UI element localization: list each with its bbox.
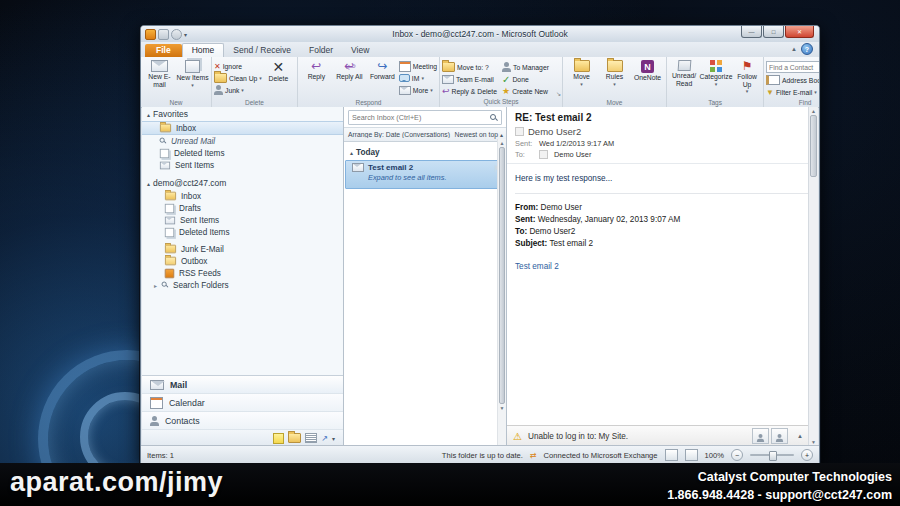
button-label: Ignore <box>223 63 242 70</box>
rules-button[interactable]: Rules ▾ <box>598 58 631 87</box>
sidebar-item-unread-mail[interactable]: Unread Mail <box>142 135 343 147</box>
people-pane-collapse-icon[interactable]: ▲ <box>797 433 803 439</box>
message-list-item[interactable]: Test email 2 Expand to see all items. <box>345 160 505 189</box>
message-expand-hint[interactable]: Expand to see all items. <box>368 173 500 182</box>
quote-from-value: Demo User <box>540 203 581 212</box>
move-button[interactable]: Move ▾ <box>565 58 598 87</box>
quickstep-done[interactable]: Done <box>502 73 560 85</box>
search-icon[interactable] <box>490 114 498 122</box>
meeting-button[interactable]: Meeting <box>399 60 437 72</box>
quickstep-create-new[interactable]: Create New <box>502 85 560 97</box>
notes-icon[interactable] <box>273 433 284 444</box>
sidebar-item-sent-items-favorite[interactable]: Sent Items <box>142 159 343 171</box>
quickstep-reply-delete[interactable]: Reply & Delete <box>442 85 502 97</box>
categorize-button[interactable]: Categorize ▾ <box>699 58 733 87</box>
scroll-down-icon[interactable]: ▼ <box>498 404 506 412</box>
sidebar-item-deleted-items-favorite[interactable]: Deleted Items <box>142 147 343 159</box>
search-input[interactable] <box>349 113 490 122</box>
unread-read-button[interactable]: Unread/ Read <box>669 58 699 87</box>
reading-view-button[interactable] <box>685 449 698 461</box>
find-a-contact-input[interactable] <box>766 61 819 73</box>
sidebar-item-drafts[interactable]: Drafts <box>142 202 343 214</box>
minimize-button[interactable]: — <box>741 26 762 38</box>
help-button[interactable] <box>801 43 813 55</box>
scrollbar-thumb[interactable] <box>499 147 505 404</box>
favorites-header[interactable]: Favorites <box>142 107 343 121</box>
im-button[interactable]: IM ▾ <box>399 72 437 84</box>
account-header[interactable]: demo@cct247.com <box>142 176 343 190</box>
tab-view[interactable]: View <box>342 44 378 57</box>
shortcuts-icon[interactable] <box>305 433 317 443</box>
quick-steps-dialog-launcher-icon[interactable]: ↘ <box>556 90 561 97</box>
scrollbar-thumb[interactable] <box>810 115 817 177</box>
reply-all-button[interactable]: Reply All <box>333 58 366 81</box>
configure-buttons-chevron-icon[interactable]: ▾ <box>332 435 335 442</box>
folder-list-icon[interactable] <box>288 433 301 443</box>
delete-button[interactable]: Delete <box>262 58 295 83</box>
maximize-button[interactable]: □ <box>763 26 784 38</box>
button-label: Unread/ Read <box>669 72 699 87</box>
reply-button[interactable]: Reply <box>300 58 333 81</box>
tab-send-receive[interactable]: Send / Receive <box>224 44 300 57</box>
date-group-today[interactable]: Today <box>344 146 506 159</box>
nav-button-contacts[interactable]: Contacts <box>142 412 343 430</box>
sender-name[interactable]: Demo User2 <box>528 126 581 137</box>
onenote-button[interactable]: OneNote <box>631 58 664 82</box>
people-pane-avatar-button[interactable] <box>752 428 769 444</box>
filter-email-button[interactable]: Filter E-mail ▾ <box>766 86 819 98</box>
sidebar-item-deleted-items[interactable]: Deleted Items <box>142 226 343 238</box>
undo-qat-button[interactable] <box>171 29 182 40</box>
scroll-up-icon[interactable]: ▲ <box>809 107 818 115</box>
tab-home[interactable]: Home <box>182 43 225 57</box>
recipient-name[interactable]: Demo User <box>554 150 591 159</box>
quickstep-to-manager[interactable]: To Manager <box>502 61 560 73</box>
junk-icon <box>214 85 223 95</box>
sidebar-item-inbox-favorite[interactable]: Inbox <box>142 121 343 135</box>
zoom-in-button[interactable]: + <box>801 449 813 461</box>
sidebar-item-junk-email[interactable]: Junk E-Mail <box>142 243 343 255</box>
new-items-button[interactable]: New Items ▾ <box>176 58 209 88</box>
close-button[interactable]: ✕ <box>785 26 814 38</box>
quickstep-move-to[interactable]: Move to: ? <box>442 61 502 73</box>
zoom-level[interactable]: 100% <box>705 451 724 460</box>
address-book-button[interactable]: Address Book <box>766 74 819 86</box>
forward-button[interactable]: Forward <box>366 58 399 81</box>
sidebar-item-outbox[interactable]: Outbox <box>142 255 343 267</box>
message-list-scrollbar[interactable]: ▲ ▼ <box>497 139 506 446</box>
zoom-slider-thumb[interactable] <box>769 451 777 461</box>
minimize-ribbon-icon[interactable]: ▲ <box>791 46 797 52</box>
tab-folder[interactable]: Folder <box>300 44 342 57</box>
normal-view-button[interactable] <box>665 449 678 461</box>
item-count: Items: 1 <box>147 451 174 460</box>
sort-order-button[interactable]: Newest on top <box>455 131 506 138</box>
junk-button[interactable]: Junk ▾ <box>214 84 262 96</box>
clean-up-button[interactable]: Clean Up ▾ <box>214 72 262 84</box>
scroll-up-icon[interactable]: ▲ <box>498 139 506 147</box>
new-email-button[interactable]: New E-mail <box>143 58 176 88</box>
connection-status[interactable]: Connected to Microsoft Exchange <box>544 451 658 460</box>
ignore-button[interactable]: Ignore <box>214 60 262 72</box>
arrange-by-button[interactable]: Arrange By: Date (Conversations) <box>344 131 455 138</box>
reading-pane-scrollbar[interactable]: ▲ ▼ <box>808 107 818 446</box>
send-receive-qat-button[interactable] <box>158 29 169 40</box>
zoom-out-button[interactable]: − <box>731 449 743 461</box>
quickstep-team-email[interactable]: Team E-mail <box>442 73 502 85</box>
sidebar-item-inbox[interactable]: Inbox <box>142 190 343 202</box>
qat-customize-chevron-icon[interactable]: ▾ <box>184 31 187 38</box>
sidebar-item-search-folders[interactable]: Search Folders <box>142 279 343 291</box>
people-pane-avatar-button[interactable] <box>771 428 788 444</box>
search-box[interactable] <box>348 110 502 125</box>
journal-icon[interactable] <box>321 434 328 443</box>
tab-file[interactable]: File <box>145 44 182 57</box>
sidebar-item-rss-feeds[interactable]: RSS Feeds <box>142 267 343 279</box>
sidebar-item-sent-items[interactable]: Sent Items <box>142 214 343 226</box>
account-label: demo@cct247.com <box>153 178 226 188</box>
ignore-icon <box>214 62 221 71</box>
follow-up-button[interactable]: Follow Up ▾ <box>733 58 761 94</box>
nav-button-calendar[interactable]: Calendar <box>142 394 343 412</box>
zoom-slider[interactable] <box>750 454 794 456</box>
nav-button-mail[interactable]: Mail <box>142 376 343 394</box>
create-new-icon <box>502 86 510 96</box>
more-button[interactable]: More ▾ <box>399 84 437 96</box>
title-bar[interactable]: ▾ Inbox - demo@cct247.com - Microsoft Ou… <box>141 26 819 43</box>
